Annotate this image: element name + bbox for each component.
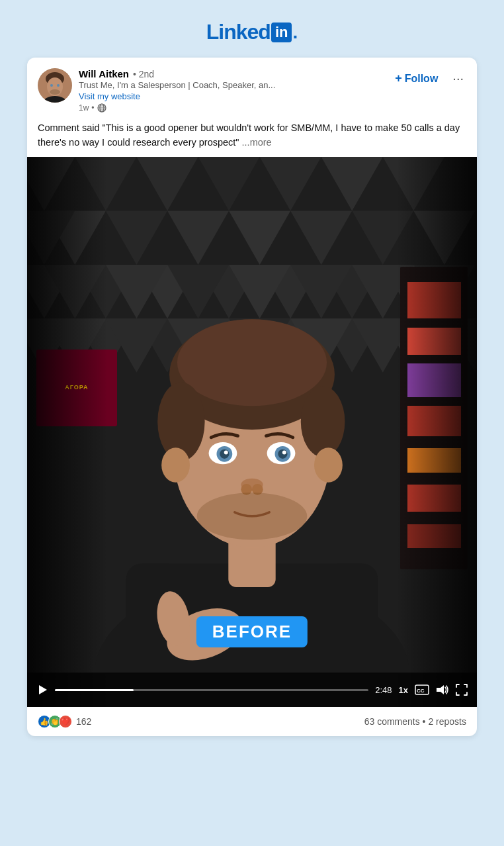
svg-marker-16 bbox=[106, 211, 167, 264]
play-button[interactable] bbox=[36, 684, 48, 696]
svg-point-65 bbox=[314, 448, 343, 483]
more-link[interactable]: ...more bbox=[242, 137, 272, 148]
post-meta: 1w • bbox=[79, 103, 275, 113]
svg-marker-20 bbox=[260, 157, 321, 211]
svg-marker-15 bbox=[136, 157, 198, 211]
author-name-row: Will Aitken • 2nd bbox=[79, 68, 275, 79]
post-card: Will Aitken • 2nd Trust Me, I'm a Salesp… bbox=[27, 58, 477, 736]
more-options-button[interactable]: ··· bbox=[450, 68, 466, 89]
reaction-icons: 👍 👏 ❤️ bbox=[38, 715, 72, 728]
svg-point-71 bbox=[278, 449, 287, 459]
follow-plus: + bbox=[395, 71, 402, 85]
linkedin-dot: . bbox=[292, 22, 298, 43]
svg-point-72 bbox=[224, 451, 228, 455]
avatar[interactable] bbox=[38, 68, 72, 103]
author-name[interactable]: Will Aitken bbox=[79, 68, 129, 79]
captions-button[interactable]: CC bbox=[415, 684, 429, 695]
progress-fill bbox=[55, 689, 134, 691]
header-right: + Follow ··· bbox=[390, 68, 466, 89]
reactions-section: 👍 👏 ❤️ 162 bbox=[38, 715, 91, 728]
progress-bar[interactable] bbox=[55, 689, 368, 691]
author-section: Will Aitken • 2nd Trust Me, I'm a Salesp… bbox=[38, 68, 275, 113]
svg-point-73 bbox=[282, 451, 286, 455]
post-header: Will Aitken • 2nd Trust Me, I'm a Salesp… bbox=[27, 58, 477, 113]
before-badge: BEFORE bbox=[196, 616, 308, 647]
video-person bbox=[95, 264, 409, 674]
svg-point-5 bbox=[50, 89, 60, 95]
follow-label: Follow bbox=[405, 73, 439, 85]
linkedin-logo: Linked in . bbox=[206, 20, 298, 44]
reaction-count[interactable]: 162 bbox=[76, 716, 91, 727]
author-info: Will Aitken • 2nd Trust Me, I'm a Salesp… bbox=[79, 68, 275, 113]
svg-marker-18 bbox=[198, 157, 260, 211]
love-reaction-bubble: ❤️ bbox=[59, 715, 72, 728]
post-text: Comment said "This is a good opener but … bbox=[27, 113, 477, 157]
engagement-stats[interactable]: 63 comments • 2 reposts bbox=[364, 716, 466, 727]
video-background: АГОРА bbox=[27, 157, 477, 707]
svg-text:CC: CC bbox=[417, 688, 425, 694]
svg-marker-17 bbox=[167, 211, 229, 264]
svg-marker-80 bbox=[39, 685, 47, 694]
visit-website-link[interactable]: Visit my website bbox=[79, 91, 275, 101]
svg-marker-21 bbox=[290, 211, 352, 264]
globe-icon bbox=[97, 103, 106, 113]
svg-marker-19 bbox=[229, 211, 290, 264]
svg-point-4 bbox=[57, 84, 60, 87]
more-dots: ··· bbox=[452, 71, 464, 86]
svg-point-63 bbox=[301, 387, 345, 457]
svg-point-70 bbox=[220, 449, 229, 459]
time-display: 2:48 bbox=[375, 685, 392, 695]
follow-button[interactable]: + Follow bbox=[390, 69, 443, 88]
author-title: Trust Me, I'm a Salesperson | Coach, Spe… bbox=[79, 80, 275, 90]
timestamp: 1w bbox=[79, 103, 89, 113]
svg-point-61 bbox=[177, 320, 327, 406]
svg-marker-83 bbox=[437, 685, 444, 694]
separator-dot: • bbox=[91, 103, 94, 113]
post-footer: 👍 👏 ❤️ 162 63 comments • 2 reposts bbox=[27, 707, 477, 736]
linkedin-in-badge: in bbox=[271, 23, 292, 42]
video-container[interactable]: АГОРА bbox=[27, 157, 477, 707]
svg-marker-22 bbox=[321, 157, 383, 211]
linkedin-logo-text: Linked bbox=[206, 20, 271, 44]
svg-point-3 bbox=[50, 84, 53, 87]
author-degree: • 2nd bbox=[133, 69, 154, 79]
svg-point-77 bbox=[197, 493, 308, 540]
fullscreen-button[interactable] bbox=[456, 684, 468, 696]
volume-button[interactable] bbox=[436, 684, 449, 696]
svg-point-64 bbox=[161, 448, 190, 483]
video-controls-bar: 2:48 1x CC bbox=[27, 673, 477, 707]
speed-badge[interactable]: 1x bbox=[399, 685, 408, 695]
